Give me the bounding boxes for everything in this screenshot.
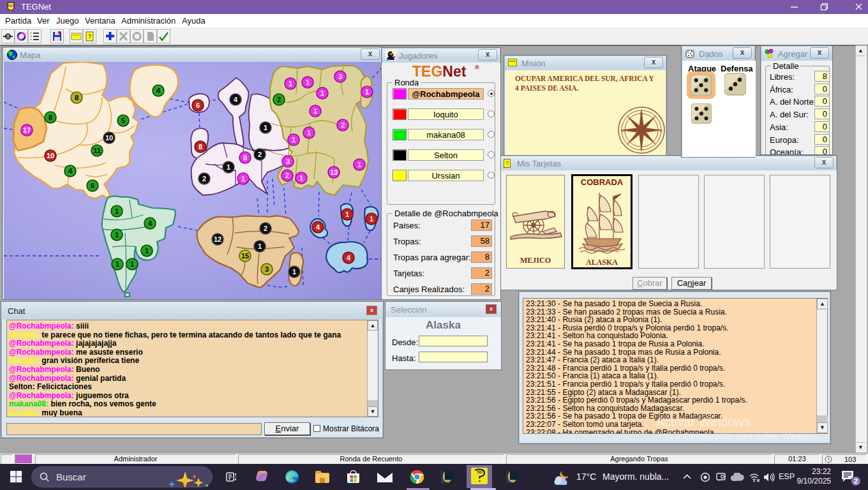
svg-text:1: 1 xyxy=(292,268,296,276)
svg-text:1: 1 xyxy=(320,89,324,97)
svg-text:6: 6 xyxy=(196,101,200,109)
svg-text:4: 4 xyxy=(347,254,351,262)
svg-text:12: 12 xyxy=(214,235,221,243)
svg-text:2: 2 xyxy=(285,172,289,179)
svg-text:3: 3 xyxy=(338,73,342,80)
svg-text:10: 10 xyxy=(105,134,113,142)
svg-text:1: 1 xyxy=(116,260,119,268)
svg-text:8: 8 xyxy=(243,154,247,161)
svg-text:1: 1 xyxy=(241,175,245,182)
svg-text:1: 1 xyxy=(258,242,262,250)
svg-text:S: S xyxy=(640,147,643,152)
svg-text:2: 2 xyxy=(264,225,267,232)
svg-text:6: 6 xyxy=(91,182,94,189)
svg-text:10: 10 xyxy=(47,152,54,160)
svg-text:O: O xyxy=(621,128,624,133)
svg-text:4: 4 xyxy=(234,96,238,103)
svg-text:5: 5 xyxy=(121,117,125,124)
svg-text:TEG: TEG xyxy=(477,471,483,474)
svg-text:1: 1 xyxy=(345,211,349,218)
svg-text:1: 1 xyxy=(292,136,296,144)
svg-text:11: 11 xyxy=(93,147,101,154)
svg-text:?: ? xyxy=(88,33,91,40)
svg-text:17: 17 xyxy=(23,126,31,134)
svg-text:8: 8 xyxy=(75,94,79,101)
svg-text:8: 8 xyxy=(198,143,202,151)
svg-text:1: 1 xyxy=(115,231,119,239)
svg-text:2: 2 xyxy=(854,477,858,485)
svg-text:1: 1 xyxy=(357,161,361,168)
svg-text:4: 4 xyxy=(68,167,73,175)
svg-text:4: 4 xyxy=(148,219,153,227)
svg-text:4: 4 xyxy=(156,87,161,94)
svg-text:1: 1 xyxy=(264,124,267,131)
svg-text:2: 2 xyxy=(277,96,281,103)
svg-text:1: 1 xyxy=(145,247,149,255)
svg-text:8: 8 xyxy=(49,114,52,121)
svg-text:1: 1 xyxy=(313,107,317,115)
svg-text:TEG: TEG xyxy=(8,4,14,8)
svg-text:1: 1 xyxy=(307,129,311,137)
svg-text:2: 2 xyxy=(341,121,345,129)
svg-text:1: 1 xyxy=(370,215,373,223)
svg-text:1: 1 xyxy=(365,88,369,96)
svg-text:E: E xyxy=(660,128,662,133)
svg-text:1: 1 xyxy=(130,260,134,268)
svg-text:2: 2 xyxy=(202,175,206,182)
svg-text:1: 1 xyxy=(115,207,119,215)
svg-text:15: 15 xyxy=(241,252,249,260)
svg-text:2: 2 xyxy=(258,151,262,158)
svg-text:1: 1 xyxy=(306,78,310,86)
svg-text:13: 13 xyxy=(330,168,338,176)
svg-text:1: 1 xyxy=(288,80,292,87)
svg-text:3: 3 xyxy=(265,265,269,273)
svg-text:3: 3 xyxy=(286,158,290,165)
svg-text:1: 1 xyxy=(299,174,303,182)
svg-text:4: 4 xyxy=(316,223,320,231)
svg-text:N: N xyxy=(640,111,643,116)
svg-text:1: 1 xyxy=(227,163,230,171)
